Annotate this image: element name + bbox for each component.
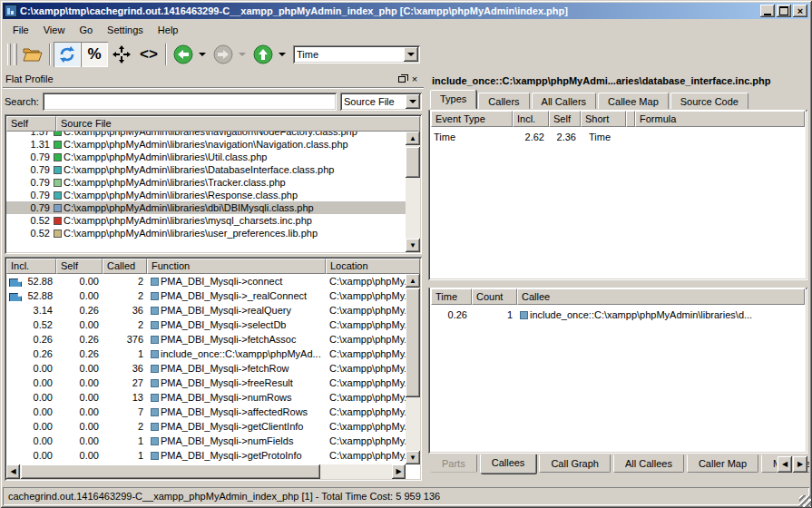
table-row[interactable]: 0.261include_once::C:\xampp\phpMyAdmin\l… (430, 308, 806, 322)
chevron-down-icon[interactable] (404, 47, 418, 62)
table-row[interactable]: 0.52C:\xampp\phpMyAdmin\libraries\user_p… (6, 227, 406, 239)
close-dock-icon[interactable]: × (408, 73, 421, 85)
cycle-detection-button[interactable]: <> (135, 42, 162, 67)
tab-all-callers[interactable]: All Callers (532, 93, 597, 109)
tab-parts[interactable]: Parts (430, 454, 477, 473)
tab-callee-map[interactable]: Callee Map (598, 93, 669, 109)
menu-item-go[interactable]: Go (73, 23, 99, 37)
table-row[interactable]: 0.000.0036PMA_DBI_Mysqli->fetchRowC:\xam… (6, 361, 406, 376)
scroll-left-icon[interactable]: ◀ (6, 464, 20, 479)
scroll-down-icon[interactable]: ▼ (406, 239, 420, 252)
tab-callers[interactable]: Callers (478, 93, 529, 109)
reload-button[interactable] (54, 42, 81, 67)
cell-self-value: 0.79 (6, 177, 54, 188)
back-dropdown-icon[interactable] (199, 53, 206, 56)
table-row[interactable]: 0.52C:\xampp\phpMyAdmin\libraries\mysql_… (6, 214, 406, 227)
close-button[interactable]: × (793, 5, 807, 17)
cell-function: include_once::C:\xampp\phpMyAd... (147, 348, 326, 359)
table-row[interactable]: 0.520.002PMA_DBI_Mysqli->selectDbC:\xamp… (6, 318, 406, 332)
scrollbar-thumb[interactable] (406, 288, 420, 397)
tab-source-code[interactable]: Source Code (670, 93, 748, 109)
table-row[interactable]: 0.260.26376PMA_DBI_Mysqli->fetchAssocC:\… (6, 332, 406, 347)
up-button[interactable] (249, 42, 277, 67)
scroll-right-icon[interactable]: ▶ (392, 464, 406, 479)
menu-item-settings[interactable]: Settings (101, 23, 150, 37)
menu-item-help[interactable]: Help (152, 23, 185, 37)
forward-button[interactable] (210, 42, 237, 67)
table-row[interactable]: 0.260.261include_once::C:\xampp\phpMyAd.… (6, 347, 406, 361)
scroll-up-icon[interactable]: ▲ (406, 274, 420, 288)
cell-self: 0.00 (56, 435, 103, 446)
table-row[interactable]: 1.57C:\xampp\phpMyAdmin\libraries\naviga… (6, 132, 406, 138)
table-row[interactable]: 0.000.001PMA_DBI_Mysqli->numFieldsC:\xam… (6, 434, 406, 448)
back-button[interactable] (170, 42, 197, 67)
float-dock-icon[interactable] (396, 73, 408, 85)
percent-toggle-button[interactable]: % (81, 42, 108, 67)
table-row[interactable]: 3.140.2636PMA_DBI_Mysqli->realQueryC:\xa… (6, 303, 406, 318)
column-header-self[interactable]: Self (6, 116, 56, 132)
table-row[interactable]: 0.000.0013PMA_DBI_Mysqli->numRowsC:\xamp… (6, 390, 406, 405)
column-header-incl[interactable]: Incl. (513, 111, 549, 127)
cost-bar-icon (9, 278, 22, 287)
scrollbar-thumb[interactable] (406, 147, 420, 178)
column-header-callee[interactable]: Callee (517, 288, 805, 305)
table-row[interactable]: 0.79C:\xampp\phpMyAdmin\libraries\Respon… (6, 189, 406, 201)
minimize-button[interactable] (760, 5, 775, 17)
table-row[interactable]: 0.79C:\xampp\phpMyAdmin\libraries\Tracke… (6, 176, 406, 189)
splitter-handle[interactable] (426, 280, 809, 286)
toolbar-grip[interactable] (14, 44, 17, 65)
horizontal-scrollbar[interactable]: ◀ ▶ (6, 464, 406, 479)
title-bar[interactable]: C:\xampp\tmp\cachegrind.out.1416463299-C… (3, 3, 809, 19)
table-row[interactable]: 0.000.007PMA_DBI_Mysqli->affectedRowsC:\… (6, 405, 406, 419)
column-header-called[interactable]: Called (103, 259, 147, 274)
scroll-up-icon[interactable]: ▲ (406, 132, 420, 145)
column-header-self[interactable]: Self (549, 111, 581, 127)
chevron-down-icon[interactable] (406, 94, 420, 109)
tab-caller-map[interactable]: Caller Map (687, 454, 758, 473)
tab-types[interactable]: Types (430, 90, 476, 109)
tab-scroll-right-icon[interactable]: ▶ (793, 456, 807, 473)
menu-item-file[interactable]: File (6, 23, 35, 37)
column-header-self[interactable]: Self (56, 259, 103, 274)
table-row[interactable]: 0.79C:\xampp\phpMyAdmin\libraries\dbi\DB… (6, 201, 406, 214)
column-header-eventtype[interactable]: Event Type (431, 111, 513, 127)
table-row[interactable]: 0.000.001PMA_DBI_Mysqli->getProtoInfoC:\… (6, 448, 406, 463)
table-row[interactable]: Time2.622.36Time (430, 130, 806, 144)
expand-cost-button[interactable] (108, 42, 135, 67)
column-header-spacer[interactable] (626, 111, 635, 127)
tab-call-graph[interactable]: Call Graph (539, 454, 611, 473)
table-row[interactable]: 0.000.0027PMA_DBI_Mysqli->freeResultC:\x… (6, 376, 406, 390)
open-file-button[interactable] (19, 42, 46, 67)
search-input[interactable] (43, 93, 337, 111)
vertical-scrollbar[interactable]: ▲ ▼ (406, 274, 420, 464)
table-row[interactable]: 52.880.002PMA_DBI_Mysqli->_realConnectC:… (6, 288, 406, 303)
tab-callees[interactable]: Callees (480, 454, 537, 474)
column-header-incl[interactable]: Incl. (6, 259, 56, 274)
vertical-scrollbar[interactable]: ▲ ▼ (406, 132, 420, 252)
dock-title-bar[interactable]: Flat Profile × (3, 72, 424, 86)
maximize-button[interactable] (777, 5, 791, 17)
column-header-count[interactable]: Count (472, 288, 517, 305)
table-row[interactable]: 52.880.002PMA_DBI_Mysqli->connectC:\xamp… (6, 274, 406, 288)
column-header-short[interactable]: Short (581, 111, 626, 127)
tab-all-callees[interactable]: All Callees (613, 454, 684, 473)
column-header-source-file[interactable]: Source File (56, 116, 420, 132)
column-header-time[interactable]: Time (431, 288, 472, 305)
table-row[interactable]: 0.000.002PMA_DBI_Mysqli->getClientInfoC:… (6, 419, 406, 434)
up-dropdown-icon[interactable] (279, 53, 286, 56)
scrollbar-thumb[interactable] (21, 464, 320, 479)
table-row[interactable]: 0.79C:\xampp\phpMyAdmin\libraries\Databa… (6, 163, 406, 176)
resize-grip[interactable] (799, 495, 811, 507)
menu-item-view[interactable]: View (37, 23, 72, 37)
tab-scroll-left-icon[interactable]: ◀ (778, 456, 792, 473)
forward-dropdown-icon[interactable] (239, 53, 246, 56)
table-row[interactable]: 1.31C:\xampp\phpMyAdmin\libraries\naviga… (6, 138, 406, 151)
table-row[interactable]: 0.79C:\xampp\phpMyAdmin\libraries\Util.c… (6, 151, 406, 163)
grouping-combo[interactable]: Source File (340, 93, 422, 111)
column-header-location[interactable]: Location (326, 259, 420, 274)
toolbar-grip[interactable] (7, 44, 11, 65)
column-header-function[interactable]: Function (147, 259, 326, 274)
event-type-combo[interactable]: Time (293, 45, 420, 64)
scroll-down-icon[interactable]: ▼ (406, 451, 420, 464)
column-header-formula[interactable]: Formula (635, 111, 805, 127)
